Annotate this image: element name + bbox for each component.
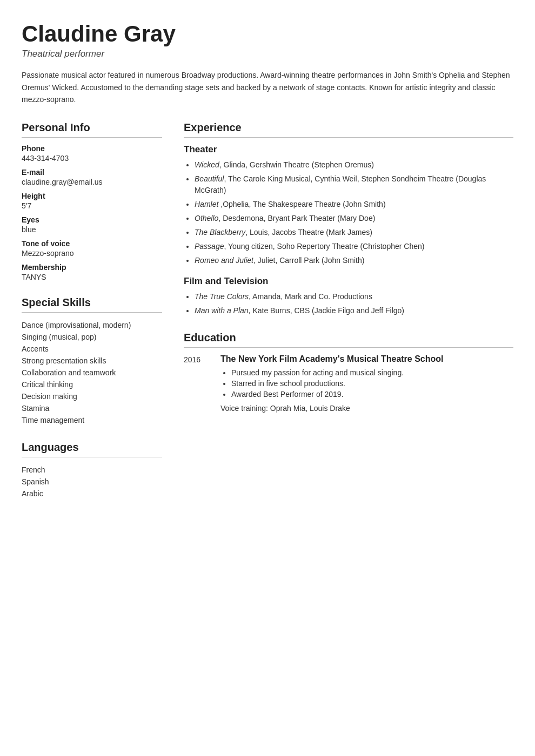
education-content: The New York Film Academy's Musical Thea…: [220, 354, 513, 413]
experience-subheading: Film and Television: [184, 276, 513, 287]
candidate-title: Theatrical performer: [22, 49, 513, 59]
right-column: Experience TheaterWicked, Glinda, Gershw…: [178, 122, 513, 500]
education-note: Voice training: Oprah Mia, Louis Drake: [220, 404, 513, 413]
education-year: 2016: [184, 354, 210, 413]
experience-list-item: Othello, Desdemona, Bryant Park Theater …: [195, 213, 513, 224]
info-label: Eyes: [22, 215, 162, 224]
education-heading: Education: [184, 332, 513, 344]
education-row: 2016The New York Film Academy's Musical …: [184, 354, 513, 413]
special-skills-divider: [22, 312, 162, 313]
skill-item: Collaboration and teamwork: [22, 367, 162, 379]
experience-list-item: Romeo and Juliet, Juliet, Carroll Park (…: [195, 255, 513, 266]
education-bullets: Pursued my passion for acting and musica…: [220, 368, 513, 399]
experience-list-item: The True Colors, Amanda, Mark and Co. Pr…: [195, 291, 513, 302]
experience-list: Wicked, Glinda, Gershwin Theatre (Stephe…: [184, 159, 513, 266]
skill-item: Strong presentation skills: [22, 355, 162, 367]
experience-heading: Experience: [184, 122, 513, 134]
info-value: 443-314-4703: [22, 154, 162, 163]
experience-divider: [184, 137, 513, 138]
experience-sections: TheaterWicked, Glinda, Gershwin Theatre …: [184, 144, 513, 316]
skill-item: Accents: [22, 343, 162, 355]
languages-divider: [22, 457, 162, 457]
special-skills-list: Dance (improvisational, modern)Singing (…: [22, 319, 162, 426]
experience-list: The True Colors, Amanda, Mark and Co. Pr…: [184, 291, 513, 316]
experience-list-item: Beautiful, The Carole King Musical, Cynt…: [195, 173, 513, 196]
personal-info-fields: Phone443-314-4703E-mailclaudine.gray@ema…: [22, 144, 162, 281]
candidate-summary: Passionate musical actor featured in num…: [22, 69, 513, 105]
experience-list-item: Man with a Plan, Kate Burns, CBS (Jackie…: [195, 305, 513, 316]
experience-list-item: Wicked, Glinda, Gershwin Theatre (Stephe…: [195, 159, 513, 171]
experience-list-item: Hamlet ,Ophelia, The Shakespeare Theatre…: [195, 199, 513, 210]
special-skills-heading: Special Skills: [22, 296, 162, 309]
info-value: claudine.gray@email.us: [22, 178, 162, 186]
language-item: Spanish: [22, 476, 162, 488]
info-label: Membership: [22, 263, 162, 272]
experience-list-item: Passage, Young citizen, Soho Repertory T…: [195, 241, 513, 252]
skill-item: Stamina: [22, 402, 162, 414]
left-column: Personal Info Phone443-314-4703E-mailcla…: [22, 122, 178, 500]
language-item: French: [22, 464, 162, 476]
education-entries: 2016The New York Film Academy's Musical …: [184, 354, 513, 413]
experience-list-item: The Blackberry, Louis, Jacobs Theatre (M…: [195, 227, 513, 238]
languages-list: FrenchSpanishArabic: [22, 464, 162, 500]
info-value: Mezzo-soprano: [22, 249, 162, 258]
info-label: E-mail: [22, 168, 162, 177]
languages-heading: Languages: [22, 441, 162, 454]
experience-subheading: Theater: [184, 144, 513, 155]
info-label: Height: [22, 192, 162, 200]
education-school: The New York Film Academy's Musical Thea…: [220, 354, 513, 364]
education-divider: [184, 347, 513, 348]
education-bullet-item: Pursued my passion for acting and musica…: [231, 368, 513, 377]
skill-item: Decision making: [22, 390, 162, 402]
info-label: Phone: [22, 144, 162, 153]
education-bullet-item: Awarded Best Performer of 2019.: [231, 390, 513, 399]
language-item: Arabic: [22, 488, 162, 500]
skill-item: Time management: [22, 414, 162, 426]
skill-item: Singing (musical, pop): [22, 331, 162, 343]
info-value: TANYS: [22, 273, 162, 281]
personal-info-divider: [22, 137, 162, 138]
skill-item: Critical thinking: [22, 379, 162, 390]
info-value: blue: [22, 225, 162, 234]
info-label: Tone of voice: [22, 239, 162, 248]
education-bullet-item: Starred in five school productions.: [231, 379, 513, 388]
skill-item: Dance (improvisational, modern): [22, 319, 162, 331]
candidate-name: Claudine Gray: [22, 22, 513, 46]
info-value: 5'7: [22, 201, 162, 210]
personal-info-heading: Personal Info: [22, 122, 162, 134]
